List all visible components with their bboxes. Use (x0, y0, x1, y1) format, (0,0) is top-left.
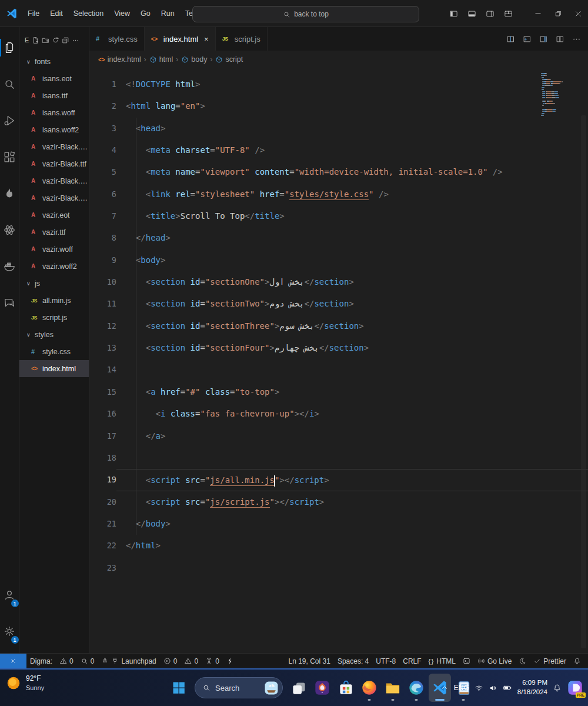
status-prettier[interactable]: Prettier (530, 654, 570, 668)
code-line-13[interactable]: 13 <section id="sectionFour">بخش چهارم</… (89, 337, 588, 359)
taskbar-app-firefox[interactable] (358, 674, 380, 702)
code-line-18[interactable]: 18 (89, 447, 588, 469)
status-digma[interactable]: Digma: (26, 654, 56, 668)
more-icon[interactable] (72, 36, 79, 44)
minimap[interactable] (541, 73, 577, 119)
code-line-3[interactable]: 3 <head> (89, 118, 588, 139)
toggle-secondary-sidebar-icon[interactable] (486, 9, 495, 18)
code-line-11[interactable]: 11 <section id="sectionTwo">بخش دوم</sec… (89, 293, 588, 315)
code-editor[interactable]: 1<!DOCTYPE html>2<html lang="en">3 <head… (89, 68, 588, 653)
status-eol[interactable]: CRLF (399, 654, 425, 668)
file-vazir.woff2[interactable]: Avazir.woff2 (19, 258, 89, 275)
file-isans.ttf[interactable]: Aisans.ttf (19, 87, 89, 104)
status-go-live[interactable]: Go Live (474, 654, 515, 668)
tray-chevron-up-icon[interactable] (440, 684, 449, 692)
activity-chat[interactable] (0, 285, 19, 321)
status-indentation[interactable]: Spaces: 4 (334, 654, 372, 668)
copilot-button[interactable]: PRE (567, 680, 583, 696)
status-ports[interactable]: 0 (202, 654, 223, 668)
close-button[interactable] (568, 0, 588, 27)
taskbar-app-file-explorer[interactable] (382, 674, 404, 702)
status-digma-insights[interactable]: 0 (77, 654, 98, 668)
start-button[interactable] (168, 674, 190, 702)
toggle-sidebar-icon[interactable] (449, 9, 458, 18)
toggle-panel-icon[interactable] (467, 9, 476, 18)
file-vazir.ttf[interactable]: Avazir.ttf (19, 224, 89, 241)
file-isans.woff2[interactable]: Aisans.woff2 (19, 121, 89, 138)
activity-explorer[interactable] (0, 29, 19, 66)
taskbar-app-media-app[interactable] (311, 674, 333, 702)
activity-accounts[interactable]: 1 (0, 577, 19, 613)
activity-run-debug[interactable] (0, 102, 19, 139)
menu-go[interactable]: Go (135, 5, 156, 22)
code-line-2[interactable]: 2<html lang="en"> (89, 95, 588, 117)
status-problems-warnings[interactable]: 0 (181, 654, 202, 668)
command-center-search[interactable]: back to top (192, 6, 419, 22)
file-isans.woff[interactable]: Aisans.woff (19, 104, 89, 121)
menu-run[interactable]: Run (156, 5, 180, 22)
file-style.css[interactable]: #style.css (19, 343, 89, 360)
menu-selection[interactable]: Selection (68, 5, 109, 22)
code-line-10[interactable]: 10 <section id="sectionOne">بخش اول</sec… (89, 271, 588, 293)
activity-docker[interactable] (0, 248, 19, 285)
open-changes-icon[interactable] (523, 35, 532, 44)
status-language-mode[interactable]: {}HTML (425, 654, 459, 668)
activity-search[interactable] (0, 66, 19, 102)
file-vazir-Black.eot[interactable]: Avazir-Black.eot (19, 138, 89, 155)
status-cursor-position[interactable]: Ln 19, Col 31 (285, 654, 333, 668)
new-folder-icon[interactable] (42, 36, 49, 44)
breadcrumb-body[interactable]: body (181, 55, 207, 64)
breadcrumb-html[interactable]: html (149, 55, 173, 64)
status-encoding[interactable]: UTF-8 (372, 654, 399, 668)
file-index.html[interactable]: <>index.html (19, 360, 89, 377)
volume-icon[interactable] (489, 684, 497, 692)
activity-settings[interactable]: 1 (0, 613, 19, 650)
minimize-button[interactable] (528, 0, 548, 27)
code-line-22[interactable]: 22</html> (89, 535, 588, 557)
breadcrumb-script[interactable]: script (215, 55, 243, 64)
folder-styles[interactable]: ∨styles (19, 326, 89, 343)
code-line-8[interactable]: 8 </head> (89, 227, 588, 249)
wifi-icon[interactable] (475, 684, 483, 692)
folder-js[interactable]: ∨js (19, 275, 89, 292)
code-line-14[interactable]: 14 (89, 359, 588, 381)
status-launchpad[interactable]: Launchpad (98, 654, 159, 668)
code-line-12[interactable]: 12 <section id="sectionThree">بخش سوم</s… (89, 315, 588, 337)
code-line-23[interactable]: 23 (89, 557, 588, 579)
split-editor-icon[interactable] (506, 35, 515, 44)
close-tab-icon[interactable]: × (204, 35, 209, 44)
file-vazir-Black.woff2[interactable]: Avazir-Black.woff2 (19, 189, 89, 207)
status-notifications[interactable] (570, 654, 584, 668)
status-remote[interactable] (0, 654, 26, 668)
file-all.min.js[interactable]: JSall.min.js (19, 292, 89, 309)
taskbar-app-task-view[interactable] (288, 674, 310, 702)
refresh-icon[interactable] (52, 36, 59, 44)
tab-style.css[interactable]: #style.css (89, 27, 145, 51)
file-isans.eot[interactable]: Aisans.eot (19, 70, 89, 87)
file-script.js[interactable]: JSscript.js (19, 309, 89, 326)
activity-react[interactable] (0, 212, 19, 248)
code-line-7[interactable]: 7 <title>Scroll To Top</title> (89, 205, 588, 227)
file-vazir-Black.woff[interactable]: Avazir-Black.woff (19, 172, 89, 189)
activity-flame[interactable] (0, 175, 19, 212)
file-vazir.woff[interactable]: Avazir.woff (19, 241, 89, 258)
menu-file[interactable]: File (22, 5, 45, 22)
notification-bell-icon[interactable] (553, 684, 562, 692)
code-line-21[interactable]: 21 </body> (89, 513, 588, 535)
new-file-icon[interactable] (32, 36, 39, 44)
code-line-15[interactable]: 15 <a href="#" class="to-top"> (89, 381, 588, 403)
folder-fonts[interactable]: ∨fonts (19, 53, 89, 70)
split-editor-right-icon[interactable] (539, 35, 548, 44)
clock[interactable]: 6:09 PM 8/18/2024 (517, 678, 547, 697)
code-line-20[interactable]: 20 <script src="js/script.js"></script> (89, 491, 588, 513)
status-power[interactable] (223, 654, 238, 668)
breadcrumb-index.html[interactable]: <>index.html (98, 55, 141, 64)
scrollbar[interactable] (581, 115, 586, 648)
tab-script.js[interactable]: JSscript.js (216, 27, 268, 51)
status-terminal[interactable] (459, 654, 474, 668)
activity-extensions[interactable] (0, 139, 19, 175)
code-line-17[interactable]: 17 </a> (89, 425, 588, 447)
toggle-columns-icon[interactable] (556, 35, 564, 44)
collapse-all-icon[interactable] (62, 36, 69, 44)
taskbar-app-edge[interactable] (405, 674, 427, 702)
